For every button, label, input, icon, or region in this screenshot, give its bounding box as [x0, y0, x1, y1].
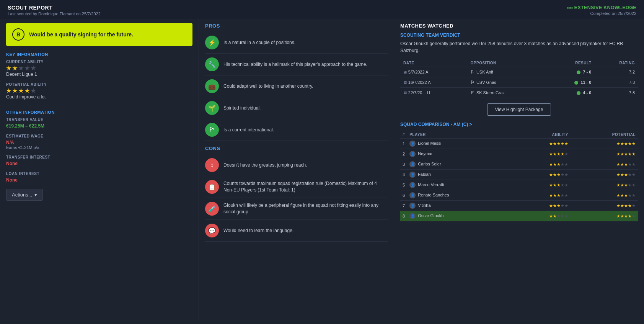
star-filled: ★	[624, 193, 628, 198]
knowledge-badge: EXTENSIVE KNOWLEDGE	[567, 5, 636, 10]
star-empty: ★	[561, 193, 564, 198]
star-filled: ★	[557, 141, 561, 146]
loan-interest-key: LOAN INTEREST	[6, 172, 192, 176]
star-filled: ★	[557, 162, 561, 167]
potential-ability-stars	[6, 88, 192, 93]
squad-potential-stars: ★★★★★	[571, 149, 638, 159]
player-avatar: 👤	[409, 203, 416, 209]
squad-ability-stars: ★★★★★	[514, 211, 571, 221]
transfer-value: €19.25M – €22.5M	[6, 123, 192, 129]
con-text-1: Doesn't have the greatest jumping reach.	[223, 162, 307, 169]
star-filled: ★	[620, 172, 624, 177]
player-avatar: 👤	[409, 161, 416, 167]
star-filled: ★	[624, 141, 628, 146]
star-empty: ★	[561, 183, 564, 187]
con-icon-2: 📋	[205, 180, 219, 194]
match-date: 🖥 5/7/2022 A	[400, 67, 468, 77]
con-text-2: Counts towards maximum squad registratio…	[223, 180, 388, 193]
star-empty: ★	[628, 162, 632, 167]
star-empty: ★	[564, 172, 568, 177]
star-1	[6, 65, 11, 71]
con-icon-3: 🧪	[205, 202, 219, 216]
player-avatar: 👤	[409, 151, 416, 157]
highlight-package-button[interactable]: View Highlight Package	[487, 103, 551, 116]
star-filled: ★	[616, 152, 620, 156]
star-filled: ★	[616, 183, 620, 187]
star-empty: ★	[632, 214, 636, 218]
match-row-2: 🖥 16/7/2022 A 🏳 USV Gnas 11 - 0 7.3	[400, 77, 638, 88]
squad-row-6: 6 👤Renato Sanches ★★★★★ ★★★★★	[400, 190, 638, 201]
pros-label: PROS	[205, 23, 388, 29]
star-filled: ★	[624, 152, 628, 156]
star-empty: ★	[632, 172, 636, 177]
transfer-value-group: TRANSFER VALUE €19.25M – €22.5M	[6, 118, 192, 129]
squad-row-1: 1 👤Lionel Messi ★★★★★ ★★★★★	[400, 139, 638, 149]
star-empty: ★	[561, 214, 564, 218]
estimated-wage-group: ESTIMATED WAGE N/A Earns €1.21M p/a	[6, 134, 192, 150]
transfer-interest-value: None	[6, 161, 192, 166]
star-filled: ★	[628, 141, 632, 146]
squad-potential-stars: ★★★★★	[571, 211, 638, 221]
squad-comparison-title[interactable]: SQUAD COMPARISON - AM (C)	[400, 122, 638, 127]
star-4	[24, 65, 30, 71]
squad-rank: 5	[400, 180, 407, 190]
actions-button[interactable]: Actions... ▾	[6, 189, 43, 201]
loan-interest-value: None	[6, 177, 192, 183]
squad-rank: 4	[400, 170, 407, 180]
transfer-value-key: TRANSFER VALUE	[6, 118, 192, 122]
right-panel: MATCHES WATCHED SCOUTING TEAM VERDICT Os…	[394, 19, 644, 320]
match-result: 11 - 0	[548, 77, 595, 88]
star-half: ★	[624, 183, 628, 187]
actions-arrow: ▾	[34, 192, 37, 198]
pro-icon-3: 💼	[205, 79, 219, 93]
con-text-4: Would need to learn the language.	[223, 227, 293, 234]
squad-row-3: 3 👤Carlos Soler ★★★★★ ★★★★★	[400, 159, 638, 170]
report-title: SCOUT REPORT	[8, 5, 101, 11]
star-5	[31, 65, 36, 71]
pot-star-2	[12, 88, 18, 93]
star-filled: ★	[628, 203, 632, 208]
match-date: 🖥 22/7/20... H	[400, 88, 468, 98]
squad-potential-stars: ★★★★★	[571, 139, 638, 149]
pro-text-5: Is a current international.	[223, 127, 274, 133]
squad-player-name: 👤Oscar Gloukh	[407, 211, 514, 221]
matches-table: DATE OPPOSITION RESULT RATING 🖥 5/7/2022…	[400, 59, 638, 98]
squad-col-potential: POTENTIAL	[571, 131, 638, 139]
squad-rank: 6	[400, 190, 407, 201]
match-result: 4 - 0	[548, 88, 595, 98]
pro-item-5: 🏳 Is a current international.	[205, 119, 388, 141]
con-item-3: 🧪 Gloukh will likely be a peripheral fig…	[205, 198, 388, 220]
star-filled: ★	[553, 203, 557, 208]
star-filled: ★	[628, 152, 632, 156]
col-result: RESULT	[548, 59, 595, 67]
squad-player-name: 👤Fabián	[407, 170, 514, 180]
star-empty: ★	[632, 203, 636, 208]
verdict-box: SCOUTING TEAM VERDICT Oscar Gloukh gener…	[400, 33, 638, 54]
star-filled: ★	[549, 183, 553, 187]
pro-text-1: Is a natural in a couple of positions.	[223, 39, 295, 46]
star-filled: ★	[549, 152, 553, 156]
current-ability-stars	[6, 65, 192, 71]
star-filled: ★	[557, 152, 561, 156]
star-filled: ★	[549, 214, 553, 218]
squad-ability-stars: ★★★★★	[514, 139, 571, 149]
star-empty: ★	[628, 193, 632, 198]
squad-potential-stars: ★★★★★	[571, 201, 638, 211]
col-opposition: OPPOSITION	[468, 59, 548, 67]
match-row-1: 🖥 5/7/2022 A 🏳 USK Anif 7 - 0 7.2	[400, 67, 638, 77]
star-filled: ★	[553, 152, 557, 156]
pot-star-4	[24, 88, 30, 93]
transfer-interest-key: TRANSFER INTEREST	[6, 155, 192, 159]
star-filled: ★	[628, 214, 632, 218]
transfer-interest-group: TRANSFER INTEREST None	[6, 155, 192, 166]
squad-col-player: PLAYER	[407, 131, 514, 139]
star-filled: ★	[620, 203, 624, 208]
col-date: DATE	[400, 59, 468, 67]
match-rating: 7.2	[594, 67, 638, 77]
squad-row-7: 7 👤Vitinha ★★★★★ ★★★★★	[400, 201, 638, 211]
star-filled: ★	[549, 162, 553, 167]
squad-row-8: 8 👤Oscar Gloukh ★★★★★ ★★★★★	[400, 211, 638, 221]
current-ability-desc: Decent Ligue 1	[6, 72, 192, 77]
star-filled: ★	[616, 141, 620, 146]
loan-interest-group: LOAN INTEREST None	[6, 172, 192, 183]
